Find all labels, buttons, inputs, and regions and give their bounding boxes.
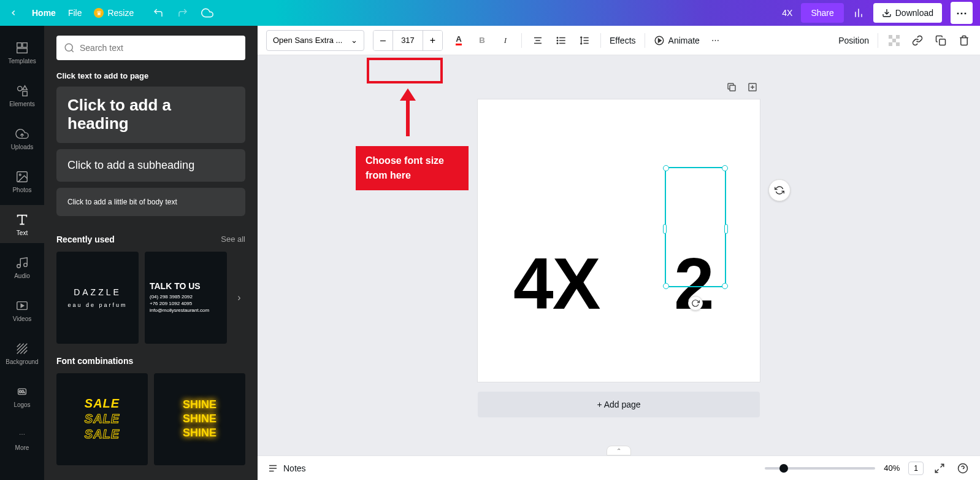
- notes-button[interactable]: Notes: [267, 463, 306, 474]
- more-tools-button[interactable]: ⋯: [708, 33, 723, 48]
- undo-icon[interactable]: [152, 7, 164, 19]
- svg-rect-46: [940, 39, 946, 45]
- iconbar-uploads-label: Uploads: [11, 144, 34, 150]
- fontcomb-title: Font combinations: [56, 356, 133, 366]
- copy-button[interactable]: [933, 33, 948, 48]
- separator: [645, 33, 645, 48]
- font-size-decrease[interactable]: –: [373, 31, 393, 50]
- handle-tr[interactable]: [722, 165, 728, 171]
- font-family-label: Open Sans Extra ...: [273, 36, 342, 45]
- svg-line-57: [935, 469, 938, 472]
- canvas-text-4x[interactable]: 4X: [513, 247, 599, 320]
- iconbar-audio[interactable]: Audio: [0, 248, 44, 286]
- photos-icon: [15, 169, 29, 184]
- shine-line-2: SHINE: [183, 412, 216, 425]
- doc-title[interactable]: 4X: [782, 8, 792, 18]
- iconbar-text[interactable]: Text: [0, 205, 44, 243]
- position-button[interactable]: Position: [838, 36, 869, 45]
- thumb-dazzle[interactable]: DAZZLE eau de parfum: [56, 252, 139, 344]
- duplicate-page-icon[interactable]: [724, 80, 739, 95]
- chart-icon[interactable]: [852, 7, 865, 19]
- iconbar-photos[interactable]: Photos: [0, 162, 44, 200]
- search-icon: [64, 42, 75, 53]
- svg-point-7: [18, 86, 22, 90]
- svg-text:CO.: CO.: [19, 389, 25, 393]
- svg-point-11: [19, 174, 21, 176]
- spacing-button[interactable]: [577, 33, 592, 48]
- list-button[interactable]: [554, 33, 568, 48]
- svg-line-22: [24, 350, 28, 354]
- fullscreen-button[interactable]: [932, 461, 947, 476]
- resize-button[interactable]: ♛ Resize: [94, 8, 134, 18]
- svg-rect-41: [889, 35, 892, 39]
- font-size-input[interactable]: [393, 31, 423, 50]
- see-all-recent[interactable]: See all: [221, 234, 245, 244]
- svg-point-25: [65, 44, 72, 51]
- add-subheading-card[interactable]: Click to add a subheading: [56, 149, 245, 182]
- download-button[interactable]: Download: [873, 3, 942, 23]
- iconbar-background[interactable]: Background: [0, 334, 44, 372]
- thumb-sale[interactable]: SALE SALE SALE: [56, 373, 148, 465]
- page-count[interactable]: 1: [908, 462, 924, 475]
- file-button[interactable]: File: [68, 8, 82, 18]
- handle-br[interactable]: [722, 283, 728, 289]
- shine-line-3: SHINE: [183, 427, 216, 439]
- italic-button[interactable]: I: [498, 33, 513, 48]
- redo-icon[interactable]: [177, 7, 189, 19]
- iconbar-uploads[interactable]: Uploads: [0, 119, 44, 157]
- page-strip-toggle[interactable]: ⌃: [607, 446, 631, 455]
- iconbar-more[interactable]: ⋯More: [0, 420, 44, 458]
- handle-ml[interactable]: [663, 224, 667, 234]
- back-icon[interactable]: [7, 7, 20, 19]
- search-input[interactable]: [80, 43, 238, 53]
- handle-tl[interactable]: [663, 165, 669, 171]
- more-menu-button[interactable]: ⋯: [951, 2, 973, 24]
- iconbar-videos-label: Videos: [13, 315, 31, 322]
- animate-button[interactable]: Animate: [654, 35, 700, 46]
- canvas-page[interactable]: 4X 2: [478, 99, 760, 382]
- alignment-button[interactable]: [530, 33, 545, 48]
- zoom-slider[interactable]: [765, 467, 875, 470]
- text-color-button[interactable]: A: [451, 33, 466, 48]
- thumb-talk-l2: +76 209 1092 4095: [150, 300, 192, 307]
- page-controls: [478, 80, 760, 95]
- background-icon: [15, 341, 29, 356]
- selection-box[interactable]: [665, 167, 726, 287]
- zoom-thumb[interactable]: [779, 464, 788, 473]
- handle-mr[interactable]: [724, 224, 728, 234]
- thumb-next[interactable]: ›: [233, 285, 245, 310]
- svg-line-56: [941, 464, 944, 467]
- iconbar-videos[interactable]: Videos: [0, 291, 44, 329]
- iconbar-elements[interactable]: Elements: [0, 76, 44, 114]
- sidepanel: Click text to add to page Click to add a…: [44, 26, 258, 480]
- font-family-select[interactable]: Open Sans Extra ... ⌄: [266, 30, 364, 51]
- sale-line-1: SALE: [85, 397, 120, 411]
- font-size-increase[interactable]: +: [423, 31, 442, 50]
- font-size-group: – +: [373, 30, 443, 51]
- handle-bl[interactable]: [663, 283, 669, 289]
- cloud-icon[interactable]: [201, 7, 213, 19]
- iconbar-logos[interactable]: CO.Logos: [0, 377, 44, 415]
- topbar-left: Home File ♛ Resize: [7, 7, 213, 19]
- add-heading-card[interactable]: Click to add a heading: [56, 87, 245, 143]
- thumb-shine[interactable]: SHINE SHINE SHINE: [154, 373, 245, 465]
- delete-button[interactable]: [957, 33, 971, 48]
- bold-button[interactable]: B: [475, 33, 489, 48]
- search-box[interactable]: [56, 36, 245, 60]
- add-page-button[interactable]: + Add page: [478, 392, 760, 417]
- link-button[interactable]: [910, 33, 925, 48]
- add-body-card[interactable]: Click to add a little bit of body text: [56, 188, 245, 216]
- rotate-handle[interactable]: [688, 296, 703, 311]
- share-button[interactable]: Share: [801, 3, 843, 23]
- iconbar-templates[interactable]: Templates: [0, 33, 44, 71]
- transparency-button[interactable]: [887, 33, 902, 48]
- workarea: Open Sans Extra ... ⌄ – + A B I Effects …: [258, 26, 980, 480]
- effects-button[interactable]: Effects: [610, 36, 636, 45]
- floating-refresh-button[interactable]: [768, 179, 791, 201]
- canvas-area[interactable]: 4X 2 + Add page: [258, 55, 980, 455]
- thumb-talk[interactable]: TALK TO US (04) 298 3985 2092 +76 209 10…: [145, 252, 227, 344]
- home-button[interactable]: Home: [32, 8, 56, 18]
- add-page-icon[interactable]: [745, 80, 760, 95]
- fontcomb-thumbs: SALE SALE SALE SHINE SHINE SHINE: [56, 373, 245, 465]
- help-button[interactable]: [955, 461, 970, 476]
